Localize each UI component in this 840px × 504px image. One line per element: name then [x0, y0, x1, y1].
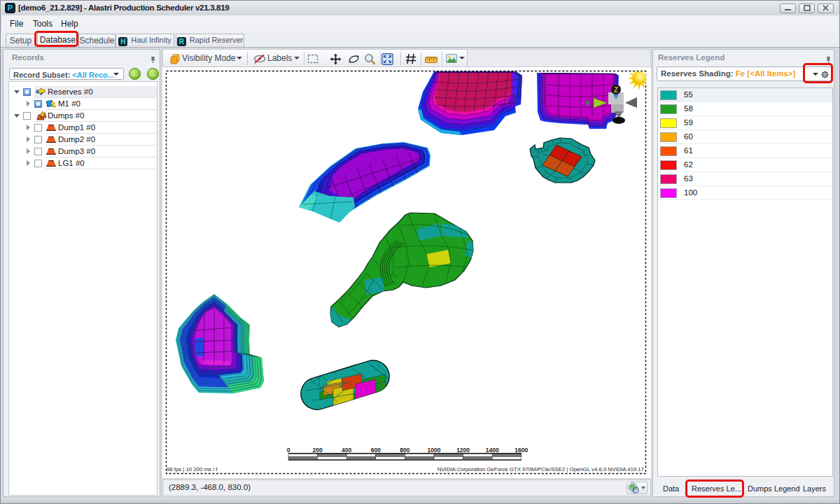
svg-text:200: 200 — [313, 447, 323, 454]
svg-text:Y: Y — [585, 99, 591, 108]
svg-text:1000: 1000 — [428, 447, 441, 454]
svg-text:1200: 1200 — [456, 447, 470, 454]
svg-text:1400: 1400 — [486, 447, 499, 454]
svg-text:1600: 1600 — [514, 447, 528, 454]
svg-text:Z: Z — [614, 86, 618, 94]
svg-text:0: 0 — [287, 447, 290, 454]
svg-text:600: 600 — [371, 447, 381, 454]
svg-text:800: 800 — [400, 447, 410, 454]
svg-text:400: 400 — [342, 447, 351, 454]
